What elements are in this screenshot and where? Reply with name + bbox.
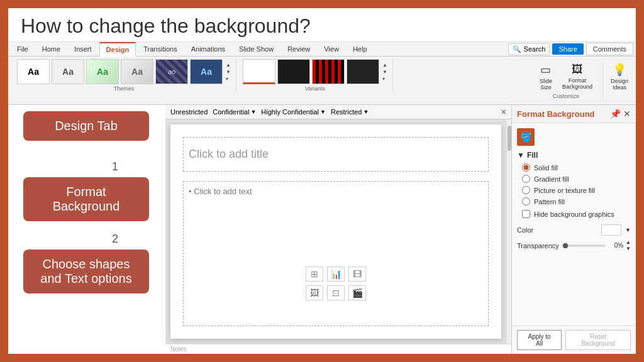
slide-title-placeholder[interactable]: Click to add title (183, 137, 489, 172)
transparency-row: Transparency 0% ▲ ▼ (517, 239, 631, 251)
picture-fill-radio[interactable] (522, 186, 530, 194)
solid-fill-option[interactable]: Solid fill (522, 163, 631, 172)
conf-confidential-arrow: ▼ (250, 109, 256, 115)
variants-scroll-arrows[interactable]: ▲ ▼ ▾ (382, 62, 387, 82)
callout-choose-shapes: Choose shapes and Text options (23, 250, 149, 293)
hide-bg-graphics-checkbox[interactable] (522, 210, 530, 218)
transparency-spinners[interactable]: ▲ ▼ (626, 239, 631, 251)
theme-arrow-up[interactable]: ▲ (226, 62, 231, 68)
format-icon-bar: 🪣 (517, 128, 631, 146)
conf-unrestricted[interactable]: Unrestricted (170, 108, 208, 116)
solid-fill-label: Solid fill (534, 164, 558, 172)
notes-placeholder: Notes (170, 346, 187, 353)
themes-section: Aa Aa Aa Aa ao Aa ▲ ▼ ▾ Themes (12, 59, 236, 92)
variants-arrow-more[interactable]: ▾ (382, 76, 387, 82)
variants-arrow-down[interactable]: ▼ (382, 69, 387, 75)
variants-arrow-up[interactable]: ▲ (382, 62, 387, 68)
tab-view[interactable]: View (318, 43, 345, 55)
transparency-down[interactable]: ▼ (626, 246, 631, 251)
theme-item-1[interactable]: Aa (17, 59, 50, 84)
variant-3[interactable] (312, 59, 345, 84)
format-bg-icon: 🖼 (572, 63, 583, 76)
slide-icon-video: 🎬 (348, 285, 366, 300)
design-ideas-icon: 💡 (613, 63, 626, 77)
notes-area[interactable]: Notes (165, 344, 511, 354)
theme-item-3[interactable]: Aa (86, 59, 119, 84)
transparency-label: Transparency (517, 242, 559, 250)
fill-options: Solid fill Gradient fill Picture or text… (517, 163, 631, 218)
theme-arrow-down[interactable]: ▼ (226, 69, 231, 75)
slide-scrollbar[interactable] (506, 119, 511, 344)
design-ideas-label: DesignIdeas (611, 78, 628, 90)
slide-size-label: SlideSize (540, 78, 552, 90)
reset-background-button[interactable]: Reset Background (565, 330, 631, 350)
conf-confidential[interactable]: Confidential ▼ (213, 108, 256, 116)
format-background-ribbon-button[interactable]: 🖼 FormatBackground (558, 62, 596, 92)
pattern-fill-label: Pattern fill (534, 198, 565, 206)
theme-scroll-arrows[interactable]: ▲ ▼ ▾ (226, 62, 231, 82)
close-panel-button[interactable]: ✕ (623, 109, 631, 119)
color-dropdown-arrow[interactable]: ▼ (625, 227, 631, 233)
design-ideas-button[interactable]: 💡 DesignIdeas (607, 62, 632, 92)
tab-insert[interactable]: Insert (68, 43, 98, 55)
scroll-thumb[interactable] (508, 126, 511, 151)
theme-item-4[interactable]: Aa (121, 59, 153, 84)
pin-panel-button[interactable]: 📌 (610, 109, 621, 119)
transparency-thumb[interactable] (563, 243, 568, 248)
conf-highly-confidential[interactable]: Highly Confidential ▼ (261, 108, 326, 116)
fill-section-header[interactable]: ▼ Fill (517, 151, 631, 160)
fill-icon-button[interactable]: 🪣 (517, 128, 535, 146)
conf-highly-arrow: ▼ (320, 109, 326, 115)
format-bg-body: 🪣 ▼ Fill Solid fill Gradient fill (512, 123, 636, 326)
solid-fill-radio[interactable] (522, 163, 530, 172)
variant-1[interactable] (243, 59, 275, 84)
picture-fill-option[interactable]: Picture or texture fill (522, 186, 631, 194)
slide-content-placeholder[interactable]: • Click to add text ⊞ 📊 🎞 🖼 ⊡ 🎬 (183, 181, 489, 326)
theme-arrow-more[interactable]: ▾ (226, 76, 231, 82)
share-button[interactable]: Share (552, 43, 583, 55)
conf-highly-label: Highly Confidential (261, 108, 319, 116)
tab-transitions[interactable]: Transitions (137, 43, 183, 55)
gradient-fill-radio[interactable] (522, 175, 530, 183)
variant-2[interactable] (277, 59, 310, 84)
comments-button[interactable]: Comments (586, 43, 633, 55)
slide-canvas[interactable]: Click to add title • Click to add text ⊞… (170, 124, 501, 339)
tab-file[interactable]: File (11, 43, 35, 55)
ribbon-right-actions: 🔍 Search Share Comments (508, 43, 633, 55)
tab-help[interactable]: Help (347, 43, 374, 55)
conf-restricted[interactable]: Restricted ▼ (331, 108, 369, 116)
color-label: Color (517, 226, 533, 234)
color-swatch[interactable] (601, 224, 621, 236)
slide-size-button[interactable]: ▭ SlideSize (536, 62, 556, 92)
tab-slideshow[interactable]: Slide Show (233, 43, 280, 55)
tab-review[interactable]: Review (281, 43, 316, 55)
theme-item-6[interactable]: Aa (190, 59, 223, 84)
step-number-1: 1 (112, 160, 118, 173)
format-bg-header: Format Background 📌 ✕ (512, 105, 636, 123)
theme-item-2[interactable]: Aa (52, 59, 84, 84)
apply-to-all-button[interactable]: Apply to All (517, 330, 562, 350)
transparency-slider[interactable] (562, 244, 606, 247)
variant-4[interactable] (347, 59, 379, 84)
hide-bg-graphics-option[interactable]: Hide background graphics (522, 210, 631, 218)
pattern-fill-option[interactable]: Pattern fill (522, 197, 631, 206)
gradient-fill-label: Gradient fill (534, 175, 569, 183)
ribbon-tab-row: File Home Insert Design Transitions Anim… (8, 42, 636, 57)
slide-size-icon: ▭ (540, 63, 551, 77)
gradient-fill-option[interactable]: Gradient fill (522, 175, 631, 183)
picture-fill-label: Picture or texture fill (534, 187, 595, 194)
conf-unrestricted-label: Unrestricted (170, 108, 208, 116)
slide-title-text: Click to add title (189, 148, 269, 161)
pattern-fill-radio[interactable] (522, 197, 530, 206)
close-confidentiality-bar[interactable]: × (501, 107, 506, 117)
transparency-up[interactable]: ▲ (626, 239, 631, 245)
tab-design[interactable]: Design (99, 42, 136, 57)
variants-items: ▲ ▼ ▾ (243, 59, 387, 84)
format-bottom-buttons: Apply to All Reset Background (512, 326, 636, 354)
theme-item-5[interactable]: ao (155, 59, 188, 84)
search-box[interactable]: 🔍 Search (508, 43, 550, 55)
main-content-area: Design Tab 1 Format Background 2 Choose … (8, 105, 636, 354)
slide-icon-media: 🎞 (348, 266, 366, 282)
tab-home[interactable]: Home (36, 43, 67, 55)
tab-animations[interactable]: Animations (185, 43, 231, 55)
